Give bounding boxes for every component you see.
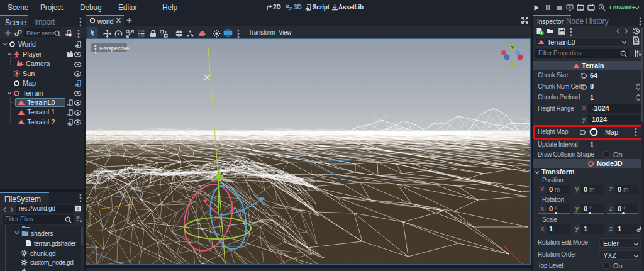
svg-text:z: z	[245, 218, 247, 224]
svg-text:Y: Y	[511, 45, 514, 50]
svg-text:x: x	[231, 199, 233, 205]
svg-text:DOC: DOC	[634, 41, 640, 45]
